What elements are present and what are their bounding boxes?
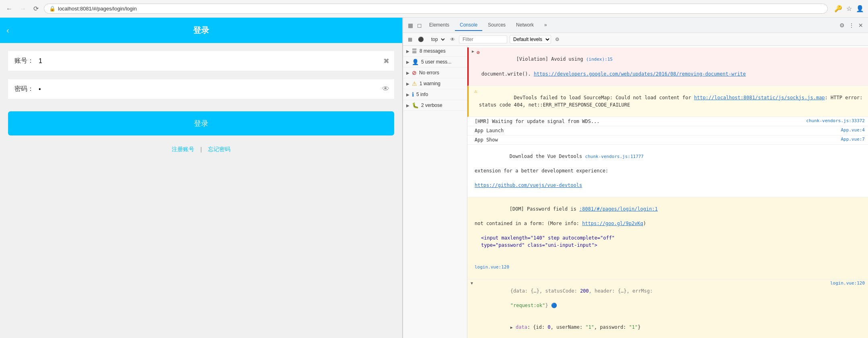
messages-icon: ☰: [412, 48, 417, 54]
log-dom-password: [DOM] Password field is :8081/#/pages/lo…: [467, 197, 868, 279]
tab-console[interactable]: Console: [455, 20, 482, 31]
dom-link[interactable]: :8081/#/pages/login/login:1: [579, 206, 658, 212]
browser-actions: 🔑 ☆ 👤: [834, 5, 864, 12]
forward-button[interactable]: →: [18, 4, 28, 13]
login-button[interactable]: 登录: [8, 111, 394, 135]
close-devtools-icon[interactable]: ✕: [857, 20, 865, 30]
bookmark-icon[interactable]: ☆: [846, 5, 852, 12]
more-options-icon[interactable]: ⋮: [847, 20, 856, 30]
password-input[interactable]: [39, 86, 388, 93]
hmr-text: [HMR] Waiting for update signal from WDS…: [475, 118, 804, 125]
sidebar-item-warnings[interactable]: ▶ ⚠ 1 warning: [403, 78, 467, 89]
messages-label: 8 messages: [420, 48, 464, 54]
log-vue-devtools: Download the Vue Devtools chunk-vendors.…: [467, 145, 868, 198]
error-icon: ⊘: [412, 70, 417, 76]
eye-icon[interactable]: 👁: [382, 85, 389, 93]
launch-text: App Launch: [475, 127, 839, 134]
response-source[interactable]: login.vue:120: [830, 280, 865, 287]
device-toggle-button[interactable]: ◻: [415, 20, 424, 30]
levels-select[interactable]: Default levels: [510, 35, 551, 44]
data-expand-icon[interactable]: ▶: [510, 325, 513, 330]
tab-network[interactable]: Network: [511, 20, 539, 31]
app-header: ‹ 登录: [0, 18, 402, 43]
goo-link[interactable]: https://goo.gl/9p2vKq: [582, 221, 643, 226]
app-panel: ‹ 登录 账号： ✖ 密码： 👁 登录 注册账号 ｜ 忘记密码: [0, 18, 402, 338]
settings-gear-icon[interactable]: ⚙: [553, 36, 561, 43]
show-source[interactable]: App.vue:7: [841, 136, 865, 143]
warning-log-icon: ⚠: [474, 87, 477, 95]
sidebar-item-verbose[interactable]: ▶ 🐛 2 verbose: [403, 100, 467, 111]
verbose-icon: 🐛: [412, 102, 419, 109]
expand-response-icon[interactable]: ▼: [471, 280, 473, 286]
devtools-toolbar: ▦ ⚫ top 👁 Default levels ⚙: [403, 33, 868, 46]
violation-text: [Violation] Avoid using (index):15 docum…: [481, 48, 865, 85]
filter-input[interactable]: [459, 35, 507, 43]
eye-filter-button[interactable]: 👁: [448, 36, 457, 43]
log-sourcemap: ⚠ DevTools failed to load SourceMap: Cou…: [467, 86, 868, 117]
sidebar-item-info[interactable]: ▶ ℹ 5 info: [403, 89, 467, 100]
app-back-button[interactable]: ‹: [6, 26, 9, 35]
content-area: ‹ 登录 账号： ✖ 密码： 👁 登录 注册账号 ｜ 忘记密码: [0, 18, 868, 338]
security-icon: 🔒: [49, 6, 56, 12]
expand-warnings-icon: ▶: [406, 82, 409, 86]
tab-elements[interactable]: Elements: [424, 20, 454, 31]
expand-user-icon: ▶: [406, 60, 409, 64]
log-app-show: App Show App.vue:7: [467, 135, 868, 145]
devtools-tabs: ▦ ◻ Elements Console Sources Network » ⚙…: [403, 18, 868, 33]
browser-bar: ← → ⟳ 🔒 localhost:8081/#/pages/login/log…: [0, 0, 868, 18]
sourcemap-text: DevTools failed to load SourceMap: Could…: [479, 87, 865, 116]
username-input[interactable]: [39, 57, 388, 65]
tab-more[interactable]: »: [539, 20, 552, 31]
expand-verbose-icon: ▶: [406, 103, 409, 108]
vue-devtools-link[interactable]: https://github.com/vuejs/vue-devtools: [475, 182, 582, 188]
address-bar: 🔒 localhost:8081/#/pages/login/login: [44, 4, 828, 14]
launch-source[interactable]: App.vue:4: [841, 127, 865, 134]
response-text: {data: {…}, statusCode: 200, header: {…}…: [475, 280, 829, 338]
profile-icon[interactable]: 👤: [856, 5, 864, 12]
violation-source[interactable]: (index):15: [586, 57, 613, 62]
vue-source[interactable]: chunk-vendors.js:11777: [585, 154, 644, 159]
clear-icon[interactable]: ✖: [383, 57, 389, 66]
show-text: App Show: [475, 136, 839, 143]
warnings-label: 1 warning: [420, 81, 464, 86]
sidebar-item-messages[interactable]: ▶ ☰ 8 messages: [403, 46, 467, 57]
inspect-element-button[interactable]: ▦: [406, 20, 415, 30]
back-button[interactable]: ←: [4, 4, 14, 13]
username-field-group: 账号： ✖: [8, 51, 394, 71]
user-messages-label: 5 user mess...: [421, 59, 464, 65]
forgot-link[interactable]: 忘记密码: [208, 146, 230, 153]
key-icon[interactable]: 🔑: [834, 5, 842, 12]
warning-icon: ⚠: [412, 80, 417, 87]
hmr-source[interactable]: chunk-vendors.js:33372: [806, 118, 865, 125]
expand-messages-icon: ▶: [406, 49, 409, 53]
sidebar-toggle-button[interactable]: ▦: [406, 36, 414, 43]
violation-link[interactable]: https://developers.google.com/web/update…: [534, 71, 746, 77]
expand-violation-icon[interactable]: ▶: [472, 48, 474, 54]
settings-icon[interactable]: ⚙: [838, 20, 846, 30]
log-response: ▼ {data: {…}, statusCode: 200, header: {…: [467, 279, 868, 338]
tab-sources[interactable]: Sources: [483, 20, 510, 31]
sourcemap-link[interactable]: http://localhost:8081/static/js/sockjs.j…: [694, 95, 825, 100]
url-text[interactable]: localhost:8081/#/pages/login/login: [58, 6, 823, 12]
sidebar-item-user-messages[interactable]: ▶ 👤 5 user mess...: [403, 57, 467, 68]
password-field-group: 密码： 👁: [8, 79, 394, 99]
password-label: 密码：: [14, 85, 39, 93]
reload-button[interactable]: ⟳: [31, 4, 41, 13]
expand-errors-icon: ▶: [406, 71, 409, 75]
console-log[interactable]: ▶ ⊘ [Violation] Avoid using (index):15 d…: [467, 46, 868, 338]
vue-text: Download the Vue Devtools chunk-vendors.…: [475, 145, 865, 197]
errors-label: No errors: [419, 70, 464, 76]
dom-text: [DOM] Password field is :8081/#/pages/lo…: [475, 198, 865, 278]
register-link[interactable]: 注册账号: [172, 146, 194, 153]
links-row: 注册账号 ｜ 忘记密码: [8, 146, 394, 153]
dom-source[interactable]: login.vue:120: [475, 264, 509, 270]
dom-code: <input maxlength="140" step autocomplete…: [481, 234, 865, 249]
context-select[interactable]: top: [428, 35, 446, 43]
app-title: 登录: [193, 25, 209, 36]
clear-console-button[interactable]: ⚫: [416, 36, 426, 43]
info-icon: ℹ: [412, 91, 414, 98]
sidebar-item-errors[interactable]: ▶ ⊘ No errors: [403, 68, 467, 78]
console-sidebar: ▶ ☰ 8 messages ▶ 👤 5 user mess... ▶ ⊘ No…: [403, 46, 467, 338]
separator: ｜: [198, 146, 204, 153]
log-app-launch: App Launch App.vue:4: [467, 126, 868, 135]
